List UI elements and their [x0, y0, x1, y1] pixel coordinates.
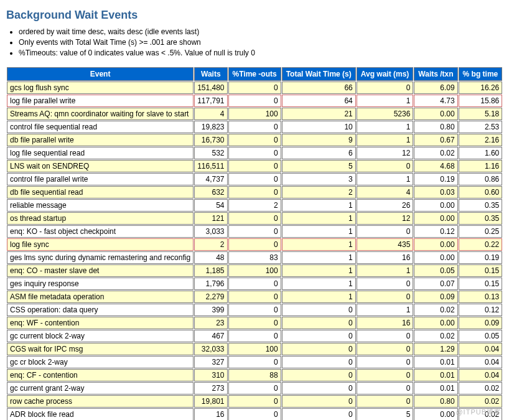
- cell-bg: 0.15: [459, 264, 503, 277]
- table-row: log file sequential read53206120.021.60: [7, 147, 502, 159]
- cell-waits: 4: [194, 108, 227, 120]
- cell-avg: 26: [357, 199, 414, 212]
- cell-avg: 0: [357, 369, 414, 381]
- cell-total: 1: [282, 251, 356, 264]
- cell-total: 21: [282, 108, 356, 120]
- cell-timeouts: 0: [228, 134, 281, 146]
- cell-timeouts: 88: [228, 369, 281, 381]
- cell-wtxn: 6.09: [414, 82, 457, 94]
- cell-waits: 19,823: [194, 121, 227, 133]
- cell-total: 0: [282, 395, 356, 408]
- cell-waits: 116,511: [194, 160, 227, 172]
- table-row: control file sequential read19,82301010.…: [7, 121, 502, 133]
- table-row: row cache process19,8010000.800.02: [7, 395, 502, 408]
- cell-event: gc current grant 2-way: [7, 382, 194, 394]
- cell-total: 2: [282, 186, 356, 198]
- table-row: gc current grant 2-way2730000.010.02: [7, 382, 502, 394]
- cell-avg: 0: [357, 395, 414, 408]
- cell-waits: 1,796: [194, 278, 227, 290]
- cell-wtxn: 0.00: [414, 108, 457, 120]
- cell-waits: 310: [194, 369, 227, 381]
- cell-bg: 0.25: [459, 225, 503, 238]
- cell-avg: 1: [357, 264, 414, 277]
- col-waits: Waits: [194, 67, 227, 81]
- col-event: Event: [7, 67, 194, 81]
- cell-waits: 117,791: [194, 95, 227, 107]
- cell-bg: 0.02: [459, 382, 503, 394]
- cell-timeouts: 100: [228, 108, 281, 120]
- cell-bg: 0.86: [459, 173, 503, 185]
- cell-waits: 467: [194, 330, 227, 342]
- cell-event: os thread startup: [7, 212, 194, 225]
- cell-avg: 5236: [357, 108, 414, 120]
- cell-bg: 0.04: [459, 356, 503, 368]
- cell-wtxn: 0.05: [414, 264, 457, 277]
- col-bg: % bg time: [459, 67, 503, 81]
- cell-wtxn: 0.01: [414, 356, 457, 368]
- table-row: enq: WF - contention2300160.000.09: [7, 317, 502, 329]
- cell-wtxn: 4.68: [414, 160, 457, 172]
- cell-timeouts: 0: [228, 95, 281, 107]
- cell-total: 6: [282, 147, 356, 159]
- cell-event: log file parallel write: [7, 95, 194, 107]
- cell-avg: 0: [357, 278, 414, 290]
- cell-wtxn: 1.29: [414, 343, 457, 355]
- cell-avg: 0: [357, 382, 414, 394]
- cell-wtxn: 0.01: [414, 382, 457, 394]
- cell-wtxn: 0.00: [414, 212, 457, 225]
- cell-timeouts: 0: [228, 147, 281, 159]
- cell-waits: 23: [194, 317, 227, 329]
- cell-total: 0: [282, 356, 356, 368]
- cell-wtxn: 0.00: [414, 238, 457, 251]
- cell-avg: 0: [357, 356, 414, 368]
- cell-timeouts: 0: [228, 356, 281, 368]
- cell-bg: 2.16: [459, 134, 503, 146]
- cell-bg: 1.16: [459, 160, 503, 172]
- cell-bg: 0.02: [459, 395, 503, 408]
- table-row: ges inquiry response1,7960100.070.15: [7, 278, 502, 290]
- cell-event: enq: CF - contention: [7, 369, 194, 381]
- cell-avg: 1: [357, 304, 414, 316]
- cell-wtxn: 0.02: [414, 330, 457, 342]
- cell-timeouts: 100: [228, 343, 281, 355]
- cell-wtxn: 0.00: [414, 251, 457, 264]
- cell-avg: 4: [357, 186, 414, 198]
- cell-event: CSS operation: data query: [7, 304, 194, 316]
- cell-event: enq: CO - master slave det: [7, 264, 194, 277]
- cell-event: enq: KO - fast object checkpoint: [7, 225, 194, 238]
- cell-bg: 0.35: [459, 212, 503, 225]
- cell-waits: 327: [194, 356, 227, 368]
- cell-total: 0: [282, 408, 356, 420]
- cell-timeouts: 0: [228, 291, 281, 303]
- cell-total: 0: [282, 330, 356, 342]
- cell-bg: 0.60: [459, 186, 503, 198]
- cell-bg: 2.53: [459, 121, 503, 133]
- cell-bg: 0.12: [459, 304, 503, 316]
- wait-events-table: Event Waits %Time -outs Total Wait Time …: [6, 67, 503, 420]
- table-row: ASM file metadata operation2,2790100.090…: [7, 291, 502, 303]
- cell-event: control file parallel write: [7, 173, 194, 185]
- cell-event: db file parallel write: [7, 134, 194, 146]
- cell-timeouts: 0: [228, 395, 281, 408]
- table-row: Streams AQ: qmn coordinator waiting for …: [7, 108, 502, 120]
- col-timeouts: %Time -outs: [228, 67, 281, 81]
- table-row: os thread startup12101120.000.35: [7, 212, 502, 225]
- cell-bg: 0.22: [459, 238, 503, 251]
- table-row: LNS wait on SENDREQ116,5110504.681.16: [7, 160, 502, 172]
- cell-total: 1: [282, 291, 356, 303]
- cell-event: CGS wait for IPC msg: [7, 343, 194, 355]
- cell-timeouts: 0: [228, 186, 281, 198]
- cell-total: 66: [282, 82, 356, 94]
- note-item: Only events with Total Wait Time (s) >= …: [19, 37, 503, 48]
- cell-event: ADR block file read: [7, 408, 194, 420]
- cell-timeouts: 0: [228, 382, 281, 394]
- cell-total: 3: [282, 173, 356, 185]
- col-total: Total Wait Time (s): [282, 67, 356, 81]
- cell-waits: 16: [194, 408, 227, 420]
- notes-list: ordered by wait time desc, waits desc (i…: [19, 27, 503, 58]
- cell-event: row cache process: [7, 395, 194, 408]
- cell-bg: 16.26: [459, 82, 503, 94]
- col-wtxn: Waits /txn: [414, 67, 457, 81]
- cell-timeouts: 0: [228, 330, 281, 342]
- cell-wtxn: 0.80: [414, 121, 457, 133]
